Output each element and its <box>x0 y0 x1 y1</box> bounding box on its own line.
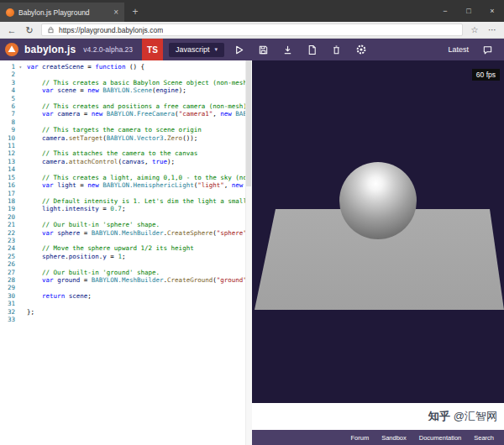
url-text: https://playground.babylonjs.com <box>59 26 163 34</box>
chevron-down-icon: ▾ <box>214 46 218 53</box>
code-line <box>27 142 252 149</box>
window-close-button[interactable]: × <box>480 0 504 22</box>
line-number: 23 <box>0 237 22 244</box>
code-line: var scene = new BABYLON.Scene(engine); <box>27 86 252 94</box>
code-line <box>27 165 252 173</box>
line-number: 5 <box>0 95 22 102</box>
window-controls: − □ × <box>433 0 504 22</box>
line-number: 31 <box>0 300 22 307</box>
playground-toolbar: babylon.js v4.2.0-alpha.23 TS Javascript… <box>0 39 504 60</box>
code-line: // Our built-in 'ground' shape. <box>27 269 252 276</box>
new-tab-button[interactable]: + <box>124 3 146 22</box>
code-line: var camera = new BABYLON.FreeCamera("cam… <box>27 110 252 118</box>
minimize-button[interactable]: − <box>433 0 457 22</box>
code-content[interactable]: var createScene = function () { // This … <box>22 60 252 445</box>
line-number: 1▾ <box>0 63 22 71</box>
new-button[interactable] <box>303 40 322 59</box>
line-number: 4 <box>0 86 22 94</box>
render-pane: 60 fps 知乎 @汇智网 Forum Sandbox Documentati… <box>252 60 504 445</box>
zhihu-watermark: 知乎 @汇智网 <box>428 409 497 424</box>
code-line <box>27 237 252 244</box>
line-number: 15 <box>0 174 22 181</box>
language-dropdown[interactable]: Javascript ▾ <box>169 43 224 57</box>
line-number: 32 <box>0 308 22 316</box>
line-number: 14 <box>0 165 22 173</box>
refresh-icon[interactable]: ↻ <box>24 23 35 38</box>
run-button[interactable] <box>230 40 249 59</box>
line-number: 19 <box>0 205 22 212</box>
babylon-logo-icon <box>5 43 18 56</box>
line-number: 12 <box>0 149 22 157</box>
footer-link-sandbox[interactable]: Sandbox <box>381 434 407 442</box>
line-number: 30 <box>0 292 22 300</box>
line-number: 25 <box>0 253 22 260</box>
favorites-star-icon[interactable]: ☆ <box>469 25 480 34</box>
line-number: 17 <box>0 190 22 197</box>
code-line: // This creates and positions a free cam… <box>27 102 252 110</box>
editor-scrollbar-thumb[interactable] <box>246 60 251 186</box>
browser-tab[interactable]: Babylon.js Playground × <box>0 3 124 22</box>
version-selector[interactable]: Latest <box>448 45 469 54</box>
code-line <box>27 71 252 78</box>
version-label: v4.2.0-alpha.23 <box>83 45 133 54</box>
language-label: Javascript <box>176 45 210 54</box>
line-number: 21 <box>0 221 22 228</box>
editor-scrollbar[interactable] <box>245 60 252 445</box>
clear-code-button[interactable] <box>328 40 346 59</box>
code-line <box>27 190 252 197</box>
code-line: }; <box>27 308 252 316</box>
line-number: 22 <box>0 229 22 237</box>
whats-new-chat-button[interactable] <box>478 40 496 59</box>
babylon-favicon-icon <box>6 8 14 17</box>
playground-footer: Forum Sandbox Documentation Search <box>252 430 504 445</box>
typescript-toggle-button[interactable]: TS <box>142 39 163 60</box>
code-line: var light = new BABYLON.HemisphericLight… <box>27 181 252 189</box>
brand-title: babylon.js <box>24 44 76 55</box>
maximize-button[interactable]: □ <box>457 0 480 22</box>
code-editor[interactable]: 1▾23456789101112131415161718192021222324… <box>0 60 252 445</box>
fold-chevron-icon[interactable]: ▾ <box>18 63 22 71</box>
line-number: 18 <box>0 197 22 205</box>
tab-title: Babylon.js Playground <box>18 8 109 17</box>
code-line: // Default intensity is 1. Let's dim the… <box>27 197 252 205</box>
sphere-mesh <box>339 162 417 239</box>
footer-link-forum[interactable]: Forum <box>351 434 370 442</box>
browser-menu-icon[interactable]: ⋯ <box>486 25 498 34</box>
line-number: 9 <box>0 126 22 134</box>
footer-link-documentation[interactable]: Documentation <box>419 434 461 442</box>
code-line: return scene; <box>27 292 252 300</box>
code-line: // This creates a light, aiming 0,1,0 - … <box>27 174 252 181</box>
code-line <box>27 260 252 268</box>
back-icon[interactable]: ← <box>6 23 18 38</box>
render-canvas[interactable]: 60 fps <box>252 60 504 403</box>
code-line: camera.attachControl(canvas, true); <box>27 158 252 165</box>
line-number: 6 <box>0 102 22 110</box>
line-number-gutter: 1▾23456789101112131415161718192021222324… <box>0 60 22 445</box>
code-line: sphere.position.y = 1; <box>27 253 252 260</box>
fps-counter: 60 fps <box>472 69 500 81</box>
save-button[interactable] <box>255 40 273 59</box>
browser-window: Babylon.js Playground × + − □ × ← ↻ http… <box>0 0 504 445</box>
line-number: 7 <box>0 110 22 118</box>
url-field[interactable]: https://playground.babylonjs.com <box>41 24 463 36</box>
line-number: 20 <box>0 213 22 221</box>
line-number: 28 <box>0 276 22 284</box>
code-line: var createScene = function () { <box>27 63 252 71</box>
settings-button[interactable] <box>352 40 370 59</box>
line-number: 24 <box>0 244 22 252</box>
code-line: light.intensity = 0.7; <box>27 205 252 212</box>
code-line: // This targets the camera to scene orig… <box>27 126 252 134</box>
browser-tab-bar: Babylon.js Playground × + − □ × <box>0 0 504 22</box>
line-number: 11 <box>0 142 22 149</box>
line-number: 26 <box>0 260 22 268</box>
code-line: // Move the sphere upward 1/2 its height <box>27 244 252 252</box>
tab-close-icon[interactable]: × <box>113 8 118 17</box>
code-line: var ground = BABYLON.MeshBuilder.CreateG… <box>27 276 252 284</box>
code-line: var sphere = BABYLON.MeshBuilder.CreateS… <box>27 229 252 237</box>
code-line: camera.setTarget(BABYLON.Vector3.Zero())… <box>27 134 252 142</box>
download-button[interactable] <box>279 40 297 59</box>
footer-link-search[interactable]: Search <box>474 434 494 442</box>
line-number: 3 <box>0 79 22 86</box>
line-number: 29 <box>0 284 22 291</box>
code-line <box>27 118 252 126</box>
